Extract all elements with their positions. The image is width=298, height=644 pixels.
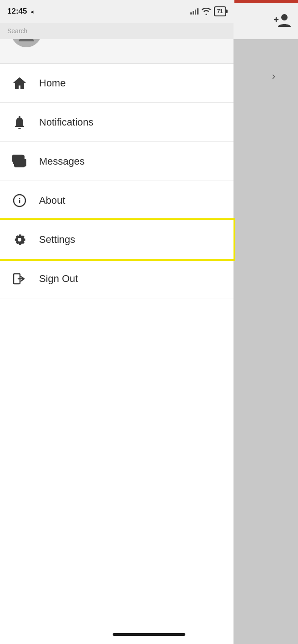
status-arrow-icon: ◂ bbox=[30, 8, 34, 15]
settings-label: Settings bbox=[39, 234, 75, 246]
battery-level: 71 bbox=[217, 8, 223, 15]
top-accent-bar bbox=[234, 0, 298, 3]
nav-item-settings[interactable]: Settings bbox=[0, 220, 233, 259]
nav-item-messages[interactable]: Messages bbox=[0, 142, 233, 181]
status-left: 12:45 ◂ bbox=[7, 7, 34, 16]
status-right: 71 bbox=[190, 6, 226, 16]
svg-rect-9 bbox=[15, 159, 26, 166]
signal-bars-icon bbox=[190, 8, 199, 15]
status-bar: 12:45 ◂ 71 bbox=[0, 0, 233, 23]
add-contact-button[interactable] bbox=[273, 12, 291, 27]
home-label: Home bbox=[39, 77, 66, 89]
nav-item-about[interactable]: i About bbox=[0, 181, 233, 220]
svg-text:i: i bbox=[19, 196, 21, 205]
nav-item-notifications[interactable]: Notifications bbox=[0, 103, 233, 142]
nav-item-home[interactable]: Home bbox=[0, 64, 233, 103]
search-placeholder: Search bbox=[7, 27, 27, 35]
status-time: 12:45 bbox=[7, 7, 27, 16]
battery-icon: 71 bbox=[214, 6, 226, 16]
signout-icon bbox=[11, 272, 28, 285]
home-bar bbox=[113, 633, 185, 636]
settings-icon bbox=[11, 233, 28, 247]
messages-label: Messages bbox=[39, 156, 84, 167]
messages-icon bbox=[11, 155, 28, 168]
right-panel: › bbox=[233, 0, 298, 644]
signal-bar-2 bbox=[193, 11, 194, 15]
svg-point-12 bbox=[18, 238, 21, 241]
home-icon bbox=[11, 76, 28, 91]
signal-bar-4 bbox=[197, 8, 199, 15]
signal-bar-3 bbox=[195, 10, 196, 15]
drawer-panel: 12:45 ◂ 71 Search bbox=[0, 0, 233, 644]
info-icon: i bbox=[11, 194, 28, 207]
signal-bar-1 bbox=[190, 12, 192, 15]
nav-list: Home Notifications bbox=[0, 64, 233, 298]
chevron-right-icon: › bbox=[272, 70, 275, 82]
notifications-label: Notifications bbox=[39, 116, 94, 128]
signout-label: Sign Out bbox=[39, 273, 78, 285]
right-panel-top bbox=[233, 0, 298, 39]
about-label: About bbox=[39, 195, 65, 206]
search-bar[interactable]: Search bbox=[0, 23, 233, 39]
svg-point-2 bbox=[281, 14, 288, 20]
bell-icon bbox=[11, 115, 28, 130]
nav-item-signout[interactable]: Sign Out bbox=[0, 259, 233, 298]
wifi-icon bbox=[201, 8, 211, 15]
